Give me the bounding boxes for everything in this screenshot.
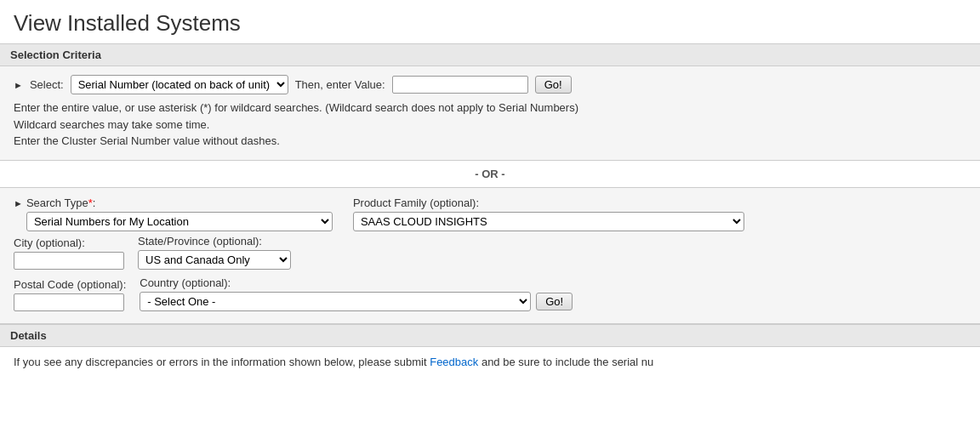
select-label: Select: [30,78,64,91]
postal-input[interactable] [14,293,124,311]
city-label: City (optional): [14,236,124,249]
then-enter-label: Then, enter Value: [295,78,385,91]
go-button-bottom[interactable]: Go! [536,293,573,310]
details-header: Details [0,324,980,347]
value-input[interactable] [392,76,528,94]
postal-row: Postal Code (optional): Country (optiona… [14,276,966,311]
hint1: Enter the entire value, or use asterisk … [14,100,966,117]
select-row: ► Select: Serial Number (located on back… [14,75,966,94]
criteria-section: ► Select: Serial Number (located on back… [0,66,980,161]
hint3: Enter the Cluster Serial Number value wi… [14,133,966,150]
product-family-select[interactable]: SAAS CLOUD INSIGHTS [353,212,744,231]
country-group: Country (optional): - Select One - Go! [140,276,573,311]
select-dropdown[interactable]: Serial Number (located on back of unit) [71,75,288,94]
city-group: City (optional): [14,236,124,270]
details-text: If you see any discrepancies or errors i… [0,347,980,378]
postal-group: Postal Code (optional): [14,278,126,311]
go-button-top[interactable]: Go! [535,76,572,94]
location-row: City (optional): State/Province (optiona… [14,235,966,270]
product-family-group: Product Family (optional): SAAS CLOUD IN… [353,196,744,231]
feedback-link[interactable]: Feedback [430,356,478,368]
country-select[interactable]: - Select One - [140,292,531,311]
product-family-label: Product Family (optional): [353,196,744,209]
selection-criteria-header: Selection Criteria [0,43,980,66]
search-section: ► Search Type*: Serial Numbers for My Lo… [0,188,980,324]
state-label: State/Province (optional): [138,235,291,248]
search-type-select[interactable]: Serial Numbers for My Location [26,212,333,231]
state-select[interactable]: US and Canada Only [138,250,291,270]
search-arrow-indicator: ► [14,198,23,208]
details-text-before: If you see any discrepancies or errors i… [14,356,430,368]
required-marker: * [88,196,93,209]
details-text-after: and be sure to include the serial nu [478,356,653,368]
arrow-indicator: ► [14,80,23,90]
search-type-group: Search Type*: Serial Numbers for My Loca… [26,196,333,231]
or-divider: - OR - [0,161,980,188]
hint2: Wildcard searches may take some time. [14,117,966,134]
state-group: State/Province (optional): US and Canada… [138,235,291,270]
country-label: Country (optional): [140,276,573,289]
postal-label: Postal Code (optional): [14,278,126,291]
city-input[interactable] [14,252,124,270]
page-title: View Installed Systems [0,0,980,43]
search-type-label: Search Type*: [26,196,333,209]
